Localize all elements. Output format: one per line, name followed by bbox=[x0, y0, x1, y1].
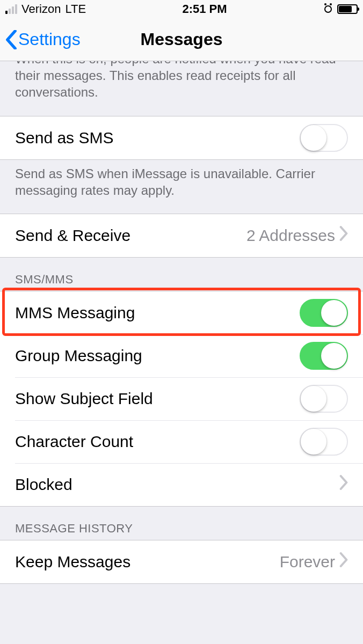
back-label: Settings bbox=[18, 30, 81, 49]
status-time: 2:51 PM bbox=[182, 2, 227, 16]
status-bar: Verizon LTE 2:51 PM bbox=[0, 0, 363, 18]
mms-messaging-row[interactable]: MMS Messaging bbox=[0, 291, 363, 334]
send-as-sms-group: Send as SMS bbox=[0, 116, 363, 160]
send-receive-value: 2 Addresses bbox=[246, 226, 335, 245]
back-button[interactable]: Settings bbox=[5, 30, 81, 49]
group-messaging-toggle[interactable] bbox=[300, 342, 348, 370]
chevron-right-icon bbox=[339, 475, 348, 494]
show-subject-field-label: Show Subject Field bbox=[15, 390, 153, 408]
keep-messages-label: Keep Messages bbox=[15, 553, 130, 571]
send-receive-row[interactable]: Send & Receive 2 Addresses bbox=[0, 214, 363, 257]
chevron-right-icon bbox=[339, 552, 348, 571]
chevron-left-icon bbox=[5, 30, 17, 49]
mms-messaging-label: MMS Messaging bbox=[15, 304, 135, 322]
group-messaging-label: Group Messaging bbox=[15, 347, 142, 365]
mms-messaging-toggle[interactable] bbox=[300, 299, 348, 327]
network-label: LTE bbox=[65, 2, 86, 16]
send-as-sms-toggle[interactable] bbox=[300, 124, 348, 152]
carrier-label: Verizon bbox=[21, 2, 61, 16]
send-as-sms-label: Send as SMS bbox=[15, 129, 113, 147]
sms-mms-group: MMS MessagingGroup MessagingShow Subject… bbox=[0, 291, 363, 507]
page-title: Messages bbox=[141, 30, 223, 49]
blocked-label: Blocked bbox=[15, 475, 72, 494]
signal-bars-icon bbox=[5, 4, 17, 14]
keep-messages-row[interactable]: Keep Messages Forever bbox=[0, 540, 363, 583]
character-count-row[interactable]: Character Count bbox=[0, 420, 363, 463]
show-subject-field-row[interactable]: Show Subject Field bbox=[0, 377, 363, 420]
message-history-header: MESSAGE HISTORY bbox=[0, 507, 363, 540]
keep-messages-value: Forever bbox=[280, 553, 335, 571]
navigation-bar: Settings Messages bbox=[0, 18, 363, 61]
chevron-right-icon bbox=[339, 226, 348, 245]
send-as-sms-description: Send as SMS when iMessage is unavailable… bbox=[0, 160, 363, 214]
battery-icon bbox=[337, 4, 358, 14]
message-history-group: Keep Messages Forever bbox=[0, 540, 363, 584]
blocked-row[interactable]: Blocked bbox=[0, 463, 363, 506]
send-as-sms-row[interactable]: Send as SMS bbox=[0, 116, 363, 159]
character-count-toggle[interactable] bbox=[300, 428, 348, 456]
show-subject-field-toggle[interactable] bbox=[300, 385, 348, 413]
sms-mms-header: SMS/MMS bbox=[0, 258, 363, 291]
alarm-icon bbox=[323, 4, 333, 14]
group-messaging-row[interactable]: Group Messaging bbox=[0, 334, 363, 377]
character-count-label: Character Count bbox=[15, 433, 133, 451]
send-receive-label: Send & Receive bbox=[15, 226, 130, 245]
send-receive-group: Send & Receive 2 Addresses bbox=[0, 214, 363, 258]
